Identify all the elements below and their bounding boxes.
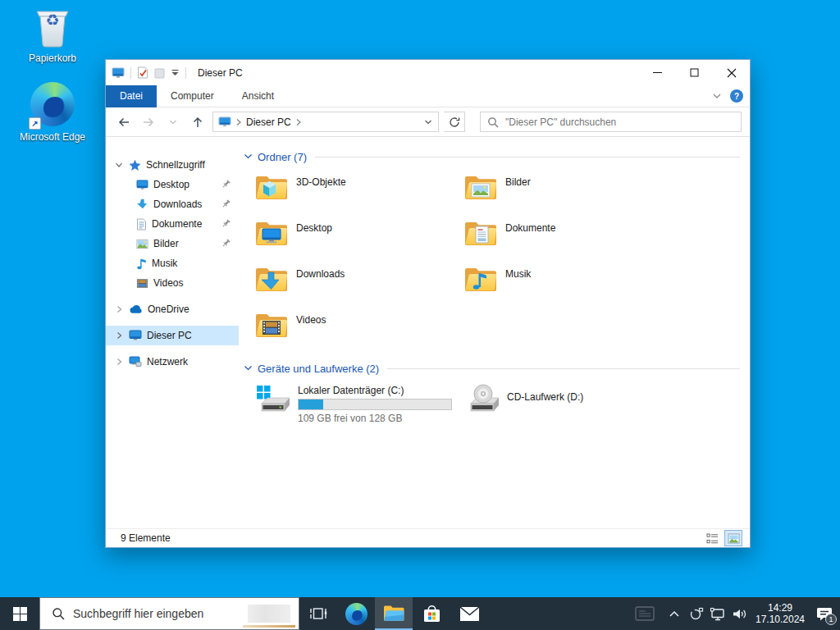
taskbar: 14:29 17.10.2024 1 bbox=[0, 597, 840, 630]
folder-dokumente[interactable]: Dokumente bbox=[464, 216, 673, 262]
sidebar-item-label: Desktop bbox=[153, 179, 189, 190]
action-center-button[interactable]: 1 bbox=[809, 597, 840, 630]
disk-usage-bar bbox=[298, 399, 452, 410]
taskbar-clock[interactable]: 14:29 17.10.2024 bbox=[751, 602, 809, 625]
chevron-right-icon[interactable] bbox=[116, 305, 122, 313]
sidebar-item-onedrive[interactable]: OneDrive bbox=[106, 299, 239, 319]
sidebar-item-label: Videos bbox=[153, 277, 183, 289]
new-folder-icon[interactable] bbox=[154, 67, 165, 79]
chevron-down-icon[interactable] bbox=[244, 153, 253, 160]
sidebar-item-label: Dokumente bbox=[152, 218, 202, 230]
folder-desktop[interactable]: Desktop bbox=[255, 216, 464, 262]
back-button[interactable] bbox=[114, 112, 134, 132]
chevron-down-icon[interactable] bbox=[115, 162, 123, 168]
help-icon[interactable]: ? bbox=[730, 89, 743, 103]
taskbar-mail-button[interactable] bbox=[450, 597, 488, 630]
notification-badge: 1 bbox=[825, 614, 837, 625]
taskbar-search-input[interactable] bbox=[73, 607, 235, 620]
drive-c[interactable]: Lokaler Datenträger (C:) 109 GB frei von… bbox=[255, 383, 464, 424]
folder-name: Videos bbox=[296, 311, 326, 326]
breadcrumb-chevron-icon bbox=[235, 118, 242, 126]
status-bar: 9 Elemente bbox=[106, 528, 750, 547]
desktop-icon-recycle-bin[interactable]: ♻ Papierkorb bbox=[10, 7, 95, 64]
group-header-ordner[interactable]: Ordner (7) bbox=[244, 148, 740, 165]
address-dropdown-icon[interactable] bbox=[423, 119, 433, 126]
tab-ansicht[interactable]: Ansicht bbox=[228, 85, 288, 107]
task-view-icon bbox=[309, 606, 327, 621]
tab-computer[interactable]: Computer bbox=[157, 85, 228, 107]
folder-musik[interactable]: Musik bbox=[464, 262, 673, 308]
chevron-down-icon[interactable] bbox=[244, 365, 253, 372]
maximize-button[interactable] bbox=[676, 60, 713, 85]
minimize-button[interactable] bbox=[639, 60, 676, 85]
news-widget-icon[interactable] bbox=[627, 597, 663, 630]
close-button[interactable] bbox=[713, 60, 750, 85]
customize-toolbar-icon[interactable] bbox=[171, 69, 180, 76]
taskbar-search-box[interactable] bbox=[39, 597, 299, 630]
large-icons-view-button[interactable] bbox=[725, 531, 742, 546]
show-hidden-icons-chevron[interactable] bbox=[663, 597, 686, 630]
chevron-right-icon[interactable] bbox=[116, 358, 122, 366]
group-header-geraete[interactable]: Geräte und Laufwerke (2) bbox=[244, 360, 740, 377]
up-button[interactable] bbox=[188, 112, 208, 132]
this-pc-icon bbox=[112, 67, 125, 79]
sidebar-item-videos[interactable]: Videos bbox=[106, 273, 239, 293]
sidebar-item-dokumente[interactable]: Dokumente bbox=[106, 214, 239, 234]
task-view-button[interactable] bbox=[299, 597, 337, 630]
volume-icon[interactable] bbox=[728, 597, 751, 630]
group-title: Geräte und Laufwerke (2) bbox=[258, 363, 379, 375]
explorer-search-input[interactable] bbox=[505, 116, 734, 128]
recycle-symbol: ♻ bbox=[33, 12, 72, 28]
sidebar-item-bilder[interactable]: Bilder bbox=[106, 234, 239, 253]
breadcrumb[interactable]: Dieser PC bbox=[246, 116, 291, 128]
separator bbox=[185, 67, 186, 79]
address-bar[interactable]: Dieser PC bbox=[212, 112, 439, 132]
forward-button[interactable] bbox=[139, 112, 158, 132]
sidebar-item-label: Bilder bbox=[153, 238, 179, 249]
start-button[interactable] bbox=[0, 597, 39, 630]
titlebar[interactable]: Dieser PC bbox=[106, 60, 750, 85]
folder-name: Desktop bbox=[296, 219, 332, 234]
taskbar-store-button[interactable] bbox=[413, 597, 450, 630]
sidebar-item-label: Dieser PC bbox=[147, 330, 192, 341]
quick-access-star-icon bbox=[129, 159, 141, 171]
folder-videos[interactable]: Videos bbox=[255, 308, 464, 354]
ribbon-tabs: Datei Computer Ansicht ? bbox=[106, 85, 750, 107]
folder-music-icon bbox=[464, 265, 497, 293]
sidebar-item-schnellzugriff[interactable]: Schnellzugriff bbox=[106, 155, 239, 175]
taskbar-explorer-button[interactable] bbox=[375, 597, 413, 630]
pin-icon bbox=[221, 219, 231, 228]
network-icon[interactable] bbox=[707, 597, 728, 630]
properties-icon[interactable] bbox=[137, 66, 148, 79]
sidebar-item-label: Downloads bbox=[153, 199, 202, 210]
sidebar-item-dieser-pc[interactable]: Dieser PC bbox=[106, 326, 239, 345]
details-view-button[interactable] bbox=[704, 531, 720, 546]
recent-locations-icon[interactable] bbox=[163, 112, 183, 132]
desktop-icon-label: Microsoft Edge bbox=[20, 131, 85, 143]
folder-downloads[interactable]: Downloads bbox=[255, 262, 464, 308]
tab-datei[interactable]: Datei bbox=[106, 85, 157, 107]
explorer-search-box[interactable] bbox=[480, 112, 742, 132]
chevron-right-icon[interactable] bbox=[116, 331, 122, 340]
clock-time: 14:29 bbox=[751, 602, 809, 614]
search-icon bbox=[487, 116, 499, 128]
sidebar-item-desktop[interactable]: Desktop bbox=[106, 175, 239, 194]
folder-3d-objekte[interactable]: 3D-Objekte bbox=[255, 170, 464, 216]
edge-icon: ↗ bbox=[30, 82, 75, 128]
expand-ribbon-icon[interactable] bbox=[712, 93, 722, 99]
drive-d[interactable]: CD-Laufwerk (D:) bbox=[464, 383, 673, 424]
tray-cast-icon[interactable] bbox=[686, 597, 707, 630]
desktop-icon-edge[interactable]: ↗ Microsoft Edge bbox=[10, 82, 95, 143]
folder-bilder[interactable]: Bilder bbox=[464, 170, 673, 216]
local-disk-icon bbox=[255, 383, 291, 416]
navigation-bar: Dieser PC bbox=[106, 107, 750, 137]
sidebar-item-musik[interactable]: Musik bbox=[106, 253, 239, 273]
navigation-pane: Schnellzugriff Desktop bbox=[106, 137, 239, 528]
sidebar-item-downloads[interactable]: Downloads bbox=[106, 194, 239, 214]
downloads-icon bbox=[136, 199, 148, 211]
taskbar-edge-button[interactable] bbox=[337, 597, 375, 630]
edge-icon bbox=[345, 603, 368, 625]
sidebar-item-netzwerk[interactable]: Netzwerk bbox=[106, 352, 239, 372]
breadcrumb-chevron-icon[interactable] bbox=[295, 118, 302, 126]
refresh-button[interactable] bbox=[444, 112, 465, 132]
